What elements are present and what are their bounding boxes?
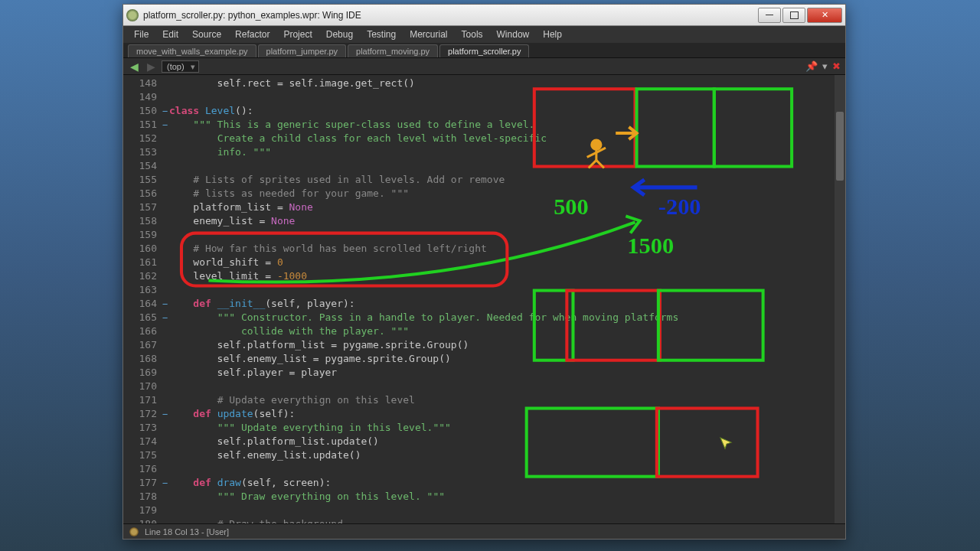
- options-icon[interactable]: ▾: [822, 60, 828, 72]
- tab-platform_scroller-py[interactable]: platform_scroller.py: [439, 44, 529, 57]
- ide-window: platform_scroller.py: python_examples.wp…: [122, 4, 846, 540]
- tab-platform_jumper-py[interactable]: platform_jumper.py: [258, 44, 347, 57]
- window-title: platform_scroller.py: python_examples.wp…: [143, 10, 758, 21]
- desktop-background: platform_scroller.py: python_examples.wp…: [0, 0, 980, 551]
- editor-tabs: move_with_walls_example.pyplatform_jumpe…: [123, 43, 845, 58]
- menu-window[interactable]: Window: [491, 28, 536, 41]
- editor-toolbar: ◀ ▶ (top) 📌 ▾ ✖: [123, 58, 845, 75]
- close-tab-icon[interactable]: ✖: [832, 60, 841, 72]
- menu-project[interactable]: Project: [277, 28, 318, 41]
- close-button[interactable]: [807, 8, 842, 23]
- scope-selector[interactable]: (top): [162, 60, 199, 73]
- app-icon: [126, 9, 139, 21]
- window-titlebar[interactable]: platform_scroller.py: python_examples.wp…: [123, 5, 845, 26]
- menu-edit[interactable]: Edit: [156, 28, 185, 41]
- menu-testing[interactable]: Testing: [361, 28, 402, 41]
- menu-debug[interactable]: Debug: [320, 28, 359, 41]
- status-bar: Line 18 Col 13 - [User]: [123, 523, 845, 539]
- menu-source[interactable]: Source: [186, 28, 227, 41]
- tab-platform_moving-py[interactable]: platform_moving.py: [348, 44, 438, 57]
- menu-help[interactable]: Help: [537, 28, 568, 41]
- maximize-button[interactable]: [782, 8, 805, 23]
- minimize-button[interactable]: [758, 8, 781, 23]
- code-editor[interactable]: self.rect = self.image.get_rect()class L…: [169, 75, 835, 523]
- status-text: Line 18 Col 13 - [User]: [145, 527, 229, 536]
- nav-back-icon[interactable]: ◀: [128, 60, 140, 73]
- scroll-thumb[interactable]: [836, 112, 844, 181]
- menu-bar: FileEditSourceRefactorProjectDebugTestin…: [123, 26, 845, 43]
- window-controls: [758, 8, 842, 23]
- nav-forward-icon[interactable]: ▶: [145, 60, 157, 73]
- vertical-scrollbar[interactable]: [835, 75, 845, 523]
- pin-icon[interactable]: 📌: [805, 60, 818, 72]
- menu-tools[interactable]: Tools: [456, 28, 489, 41]
- menu-file[interactable]: File: [128, 28, 155, 41]
- menu-refactor[interactable]: Refactor: [229, 28, 276, 41]
- bug-icon[interactable]: [129, 527, 139, 536]
- editor-area: 1481491501511521531541551561571581591601…: [123, 75, 845, 523]
- menu-mercurial[interactable]: Mercurial: [403, 28, 453, 41]
- line-number-gutter: 1481491501511521531541551561571581591601…: [123, 75, 169, 523]
- tab-move_with_walls_example-py[interactable]: move_with_walls_example.py: [128, 44, 256, 57]
